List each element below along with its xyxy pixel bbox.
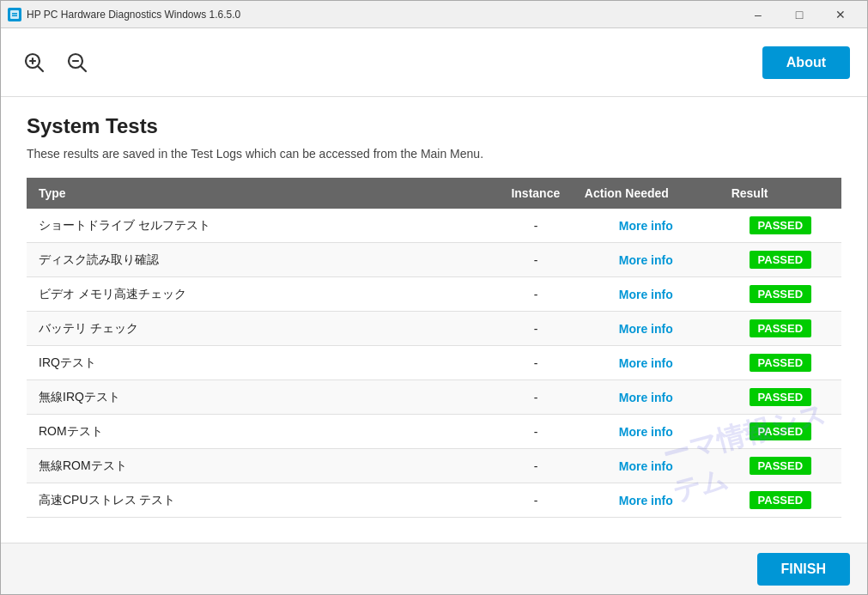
table-row: ショートドライブ セルフテスト-More infoPASSED — [27, 209, 841, 243]
cell-result: PASSED — [719, 483, 841, 518]
table-row: 無線IRQテスト-More infoPASSED — [27, 380, 841, 415]
cell-instance: - — [499, 415, 572, 449]
window-title: HP PC Hardware Diagnostics Windows 1.6.5… — [27, 9, 738, 21]
col-header-type: Type — [27, 178, 499, 209]
cell-type: ディスク読み取り確認 — [27, 243, 499, 277]
cell-action: More info — [573, 415, 719, 449]
col-header-result: Result — [719, 178, 841, 209]
table-row: IRQテスト-More infoPASSED — [27, 346, 841, 380]
zoom-controls — [18, 46, 94, 79]
minimize-button[interactable]: – — [738, 1, 778, 28]
more-info-link[interactable]: More info — [619, 391, 673, 404]
svg-rect-1 — [12, 13, 17, 15]
restore-button[interactable]: □ — [780, 1, 819, 28]
cell-instance: - — [499, 483, 572, 518]
svg-rect-0 — [10, 10, 19, 19]
close-button[interactable]: ✕ — [821, 1, 860, 28]
app-window: HP PC Hardware Diagnostics Windows 1.6.5… — [0, 0, 868, 595]
cell-type: ROMテスト — [27, 415, 499, 449]
toolbar: About — [1, 28, 867, 97]
cell-result: PASSED — [719, 243, 841, 277]
col-header-instance: Instance — [499, 178, 572, 209]
cell-action: More info — [573, 346, 719, 380]
col-header-action: Action Needed — [573, 178, 719, 209]
title-bar: HP PC Hardware Diagnostics Windows 1.6.5… — [1, 1, 867, 28]
cell-type: 無線ROMテスト — [27, 449, 499, 483]
result-badge: PASSED — [750, 457, 812, 475]
content-area: System Tests These results are saved in … — [1, 97, 867, 543]
cell-instance: - — [499, 209, 572, 243]
page-subtitle: These results are saved in the Test Logs… — [27, 147, 841, 161]
result-badge: PASSED — [750, 251, 812, 269]
svg-line-6 — [38, 66, 43, 71]
zoom-in-icon — [22, 51, 46, 75]
table-row: 高速CPUストレス テスト-More infoPASSED — [27, 483, 841, 518]
more-info-link[interactable]: More info — [619, 322, 673, 336]
table-row: 無線ROMテスト-More infoPASSED — [27, 449, 841, 483]
more-info-link[interactable]: More info — [619, 219, 673, 233]
result-badge: PASSED — [750, 216, 812, 234]
result-badge: PASSED — [750, 319, 812, 337]
more-info-link[interactable]: More info — [619, 459, 673, 473]
cell-instance: - — [499, 277, 572, 312]
cell-result: PASSED — [719, 277, 841, 312]
window-controls: – □ ✕ — [738, 1, 860, 28]
footer: FINISH — [1, 543, 867, 594]
finish-button[interactable]: FINISH — [757, 553, 850, 586]
more-info-link[interactable]: More info — [619, 253, 673, 267]
table-row: ROMテスト-More infoPASSED — [27, 415, 841, 449]
cell-type: ビデオ メモリ高速チェック — [27, 277, 499, 312]
table-row: ビデオ メモリ高速チェック-More infoPASSED — [27, 277, 841, 312]
result-badge: PASSED — [750, 491, 812, 509]
more-info-link[interactable]: More info — [619, 356, 673, 370]
cell-action: More info — [573, 380, 719, 415]
cell-instance: - — [499, 449, 572, 483]
cell-result: PASSED — [719, 209, 841, 243]
app-icon — [8, 8, 21, 21]
table-row: ディスク読み取り確認-More infoPASSED — [27, 243, 841, 277]
cell-instance: - — [499, 346, 572, 380]
cell-action: More info — [573, 312, 719, 346]
cell-instance: - — [499, 243, 572, 277]
table-row: バッテリ チェック-More infoPASSED — [27, 312, 841, 346]
results-table: Type Instance Action Needed Result ショートド… — [27, 178, 841, 518]
about-button[interactable]: About — [762, 46, 850, 79]
zoom-out-button[interactable] — [61, 46, 94, 79]
result-badge: PASSED — [750, 388, 812, 406]
result-badge: PASSED — [750, 285, 812, 303]
cell-action: More info — [573, 209, 719, 243]
cell-action: More info — [573, 449, 719, 483]
cell-result: PASSED — [719, 449, 841, 483]
more-info-link[interactable]: More info — [619, 288, 673, 301]
more-info-link[interactable]: More info — [619, 425, 673, 439]
cell-type: 高速CPUストレス テスト — [27, 483, 499, 518]
cell-action: More info — [573, 243, 719, 277]
cell-type: IRQテスト — [27, 346, 499, 380]
table-header-row: Type Instance Action Needed Result — [27, 178, 841, 209]
svg-line-9 — [81, 66, 86, 71]
svg-rect-2 — [12, 15, 17, 16]
more-info-link[interactable]: More info — [619, 494, 673, 507]
cell-type: バッテリ チェック — [27, 312, 499, 346]
zoom-in-button[interactable] — [18, 46, 51, 79]
cell-instance: - — [499, 380, 572, 415]
cell-result: PASSED — [719, 380, 841, 415]
result-badge: PASSED — [750, 422, 812, 440]
cell-result: PASSED — [719, 346, 841, 380]
result-badge: PASSED — [750, 354, 812, 372]
cell-action: More info — [573, 483, 719, 518]
cell-result: PASSED — [719, 415, 841, 449]
zoom-out-icon — [65, 51, 89, 75]
cell-action: More info — [573, 277, 719, 312]
cell-instance: - — [499, 312, 572, 346]
cell-result: PASSED — [719, 312, 841, 346]
page-title: System Tests — [27, 114, 841, 138]
cell-type: ショートドライブ セルフテスト — [27, 209, 499, 243]
cell-type: 無線IRQテスト — [27, 380, 499, 415]
